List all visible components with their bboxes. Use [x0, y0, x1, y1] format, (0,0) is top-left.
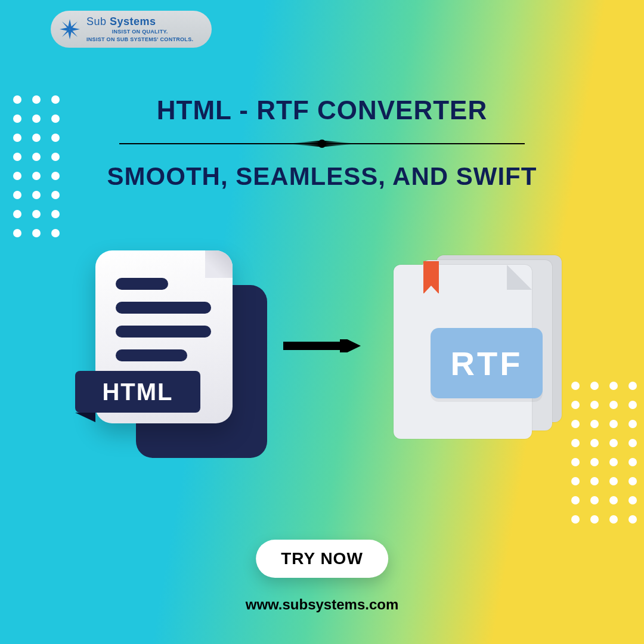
- divider-ornament: [119, 143, 525, 144]
- html-label: HTML: [102, 379, 173, 405]
- rtf-document-icon: RTF: [394, 250, 549, 441]
- arrow-right-icon: [283, 339, 361, 352]
- headline-title: HTML - RTF CONVERTER: [0, 95, 644, 125]
- brand-tagline-2: INSIST ON SUB SYSTEMS' CONTROLS.: [86, 37, 193, 42]
- headline-subtitle: SMOOTH, SEAMLESS, AND SWIFT: [0, 162, 644, 191]
- bookmark-icon: [423, 261, 439, 293]
- brand-name: Sub Systems: [86, 16, 193, 27]
- footer-url: www.subsystems.com: [246, 596, 399, 613]
- brand-logo: Sub Systems INSIST ON QUALITY. INSIST ON…: [51, 11, 212, 48]
- brand-star-icon: [58, 17, 82, 41]
- try-now-button[interactable]: TRY NOW: [256, 540, 388, 578]
- html-document-icon: HTML: [95, 250, 250, 441]
- promo-canvas: Sub Systems INSIST ON QUALITY. INSIST ON…: [0, 0, 644, 644]
- svg-marker-1: [340, 339, 361, 352]
- brand-tagline-1: INSIST ON QUALITY.: [86, 29, 193, 35]
- conversion-row: HTML RTF: [0, 250, 644, 441]
- rtf-label: RTF: [451, 344, 523, 383]
